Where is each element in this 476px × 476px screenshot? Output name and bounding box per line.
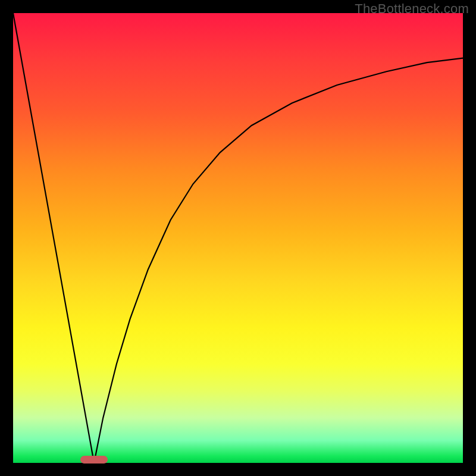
plot-area bbox=[13, 13, 463, 463]
bottleneck-marker bbox=[80, 456, 107, 464]
left-line bbox=[13, 13, 94, 463]
chart-frame: TheBottleneck.com bbox=[0, 0, 476, 476]
curve-layer bbox=[13, 13, 463, 463]
right-curve bbox=[94, 58, 463, 463]
watermark-text: TheBottleneck.com bbox=[355, 1, 469, 17]
